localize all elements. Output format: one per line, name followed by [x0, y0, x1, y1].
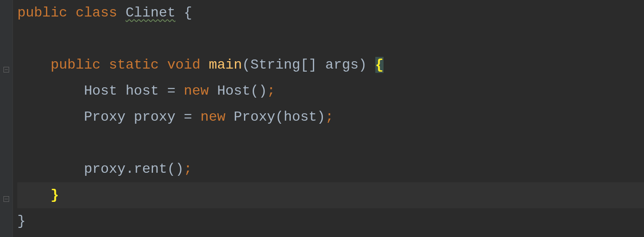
var-host: host — [126, 83, 159, 99]
code-line-5: Proxy proxy = new Proxy(host); — [17, 104, 644, 130]
method-name-main: main — [209, 57, 242, 73]
code-line-1: public class Clinet { — [17, 0, 644, 26]
dot: . — [126, 161, 134, 177]
code-line-9: } — [17, 208, 644, 234]
paren-close: ) — [358, 57, 367, 73]
keyword-void: void — [167, 57, 201, 73]
brace-open-highlighted: { — [375, 57, 384, 73]
brace-open: { — [184, 5, 192, 21]
keyword-static: static — [109, 57, 159, 73]
class-name-typo: Clinet — [126, 5, 176, 21]
code-line-3: public static void main(String[] args) { — [17, 52, 644, 78]
code-line-7: proxy.rent(); — [17, 156, 644, 182]
keyword-new: new — [184, 83, 209, 99]
editor-gutter — [0, 0, 13, 237]
blank-line — [17, 26, 644, 52]
keyword-public: public — [17, 5, 67, 21]
semicolon: ; — [184, 161, 192, 177]
keyword-new: new — [200, 109, 225, 125]
blank-line — [17, 130, 644, 156]
keyword-class: class — [75, 5, 117, 21]
ctor-proxy-close: ) — [317, 109, 325, 125]
type-host: Host — [84, 83, 117, 99]
semicolon: ; — [325, 109, 334, 125]
ctor-proxy-open: Proxy( — [234, 109, 283, 125]
brace-close: } — [17, 213, 26, 229]
fold-collapse-icon[interactable] — [3, 194, 9, 206]
code-line-4: Host host = new Host(); — [17, 78, 644, 104]
var-proxy: proxy — [134, 109, 176, 125]
type-proxy: Proxy — [84, 109, 126, 125]
param-name: args — [325, 57, 359, 73]
keyword-public: public — [51, 57, 101, 73]
brace-close-highlighted: } — [51, 187, 59, 203]
code-line-8-current: } — [17, 182, 644, 208]
param-type: String[] — [250, 57, 317, 73]
equals: = — [184, 109, 192, 125]
paren-open: ( — [242, 57, 250, 73]
method-call-rent: rent() — [134, 161, 184, 177]
code-editor[interactable]: public class Clinet { public static void… — [13, 0, 644, 237]
semicolon: ; — [267, 83, 275, 99]
fold-collapse-icon[interactable] — [3, 65, 9, 77]
equals: = — [167, 83, 176, 99]
ctor-arg-host: host — [284, 109, 317, 125]
ctor-host: Host() — [217, 83, 267, 99]
obj-proxy: proxy — [84, 161, 126, 177]
